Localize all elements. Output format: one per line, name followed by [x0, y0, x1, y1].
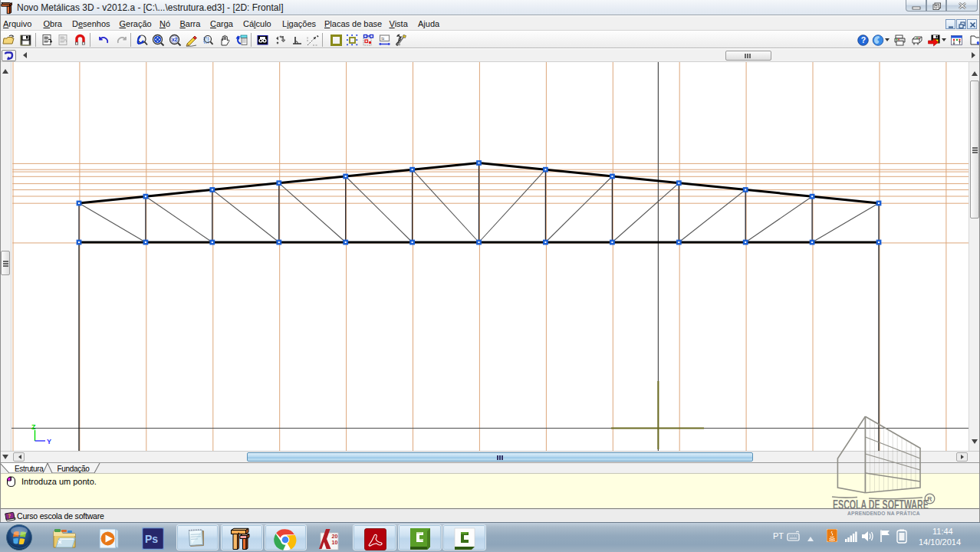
svg-text:?: ? — [861, 35, 866, 44]
svg-text:⇆: ⇆ — [381, 36, 384, 41]
svg-text:20: 20 — [332, 534, 338, 539]
svg-text:10: 10 — [332, 540, 338, 545]
svg-text:Fundação: Fundação — [58, 465, 90, 473]
svg-text:Estrutura: Estrutura — [15, 465, 44, 473]
svg-text:Y: Y — [47, 438, 51, 445]
svg-text:Z: Z — [31, 423, 36, 431]
svg-text:x2: x2 — [172, 37, 178, 42]
svg-text:Ps: Ps — [145, 533, 158, 545]
